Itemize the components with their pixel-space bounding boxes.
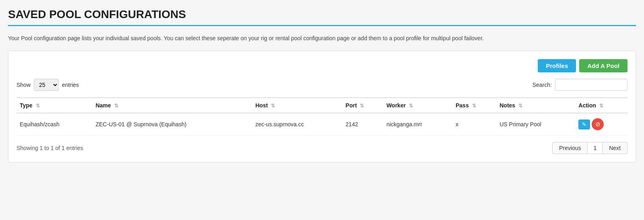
edit-button[interactable]: ✎: [578, 119, 590, 130]
cell-worker: nickganga.mrr: [383, 113, 452, 136]
toolbar: Profiles Add A Pool: [17, 59, 627, 72]
sort-icon-name: ⇅: [114, 103, 118, 109]
search-label: Search:: [533, 82, 552, 88]
main-card: Profiles Add A Pool Show 10 25 50 100 en…: [8, 51, 636, 162]
cell-pass: x: [452, 113, 496, 136]
col-port: Port ⇅: [343, 98, 384, 113]
search-row: Search:: [533, 79, 627, 91]
sort-icon-notes: ⇅: [518, 103, 522, 109]
show-label: Show: [17, 82, 31, 88]
add-pool-button[interactable]: Add A Pool: [579, 59, 627, 72]
pool-table: Type ⇅ Name ⇅ Host ⇅ Port ⇅ Worker ⇅: [17, 97, 627, 136]
entries-label: entries: [62, 82, 79, 88]
sort-icon-type: ⇅: [36, 103, 40, 109]
page-title: SAVED POOL CONFIGURATIONS: [8, 8, 636, 26]
showing-text: Showing 1 to 1 of 1 entries: [17, 145, 83, 151]
table-row: Equihash/zcashZEC-US-01 @ Suprnova (Equi…: [17, 113, 627, 136]
cell-action: ✎⊘: [575, 113, 627, 136]
sort-icon-worker: ⇅: [409, 103, 413, 109]
footer-row: Showing 1 to 1 of 1 entries Previous 1 N…: [17, 142, 627, 154]
col-pass: Pass ⇅: [452, 98, 496, 113]
cell-name: ZEC-US-01 @ Suprnova (Equihash): [92, 113, 252, 136]
show-entries: Show 10 25 50 100 entries: [17, 79, 79, 91]
col-worker: Worker ⇅: [383, 98, 452, 113]
sort-icon-pass: ⇅: [472, 103, 476, 109]
col-type: Type ⇅: [17, 98, 92, 113]
controls-row: Show 10 25 50 100 entries Search:: [17, 79, 627, 91]
sort-icon-port: ⇅: [360, 103, 364, 109]
cell-notes: US Primary Pool: [496, 113, 575, 136]
previous-button[interactable]: Previous: [552, 142, 588, 154]
col-name: Name ⇅: [92, 98, 252, 113]
cell-host: zec-us.suprnova.cc: [252, 113, 342, 136]
table-header-row: Type ⇅ Name ⇅ Host ⇅ Port ⇅ Worker ⇅: [17, 98, 627, 113]
sort-icon-action: ⇅: [599, 103, 603, 109]
cell-type: Equihash/zcash: [17, 113, 92, 136]
col-host: Host ⇅: [252, 98, 342, 113]
profiles-button[interactable]: Profiles: [538, 59, 576, 72]
col-action: Action ⇅: [575, 98, 627, 113]
entries-select[interactable]: 10 25 50 100: [34, 79, 59, 91]
col-notes: Notes ⇅: [496, 98, 575, 113]
current-page: 1: [588, 142, 602, 154]
search-input[interactable]: [555, 79, 627, 91]
next-button[interactable]: Next: [602, 142, 627, 154]
pagination: Previous 1 Next: [552, 142, 627, 154]
delete-button[interactable]: ⊘: [592, 118, 604, 130]
cell-port: 2142: [343, 113, 384, 136]
sort-icon-host: ⇅: [271, 103, 275, 109]
page-description: Your Pool configuration page lists your …: [8, 34, 636, 43]
